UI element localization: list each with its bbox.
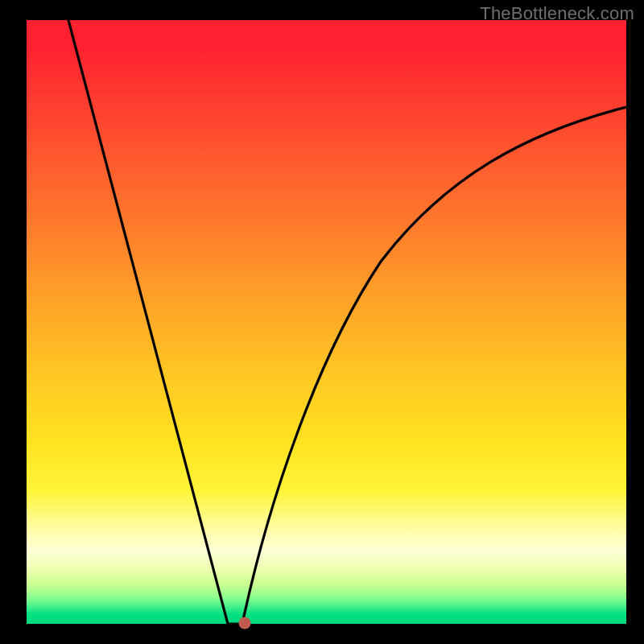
watermark-text: TheBottleneck.com	[480, 3, 634, 24]
bottleneck-curve	[27, 20, 626, 624]
minimum-marker	[239, 617, 251, 630]
curve-left-branch	[68, 20, 242, 624]
plot-area	[27, 20, 626, 624]
chart-frame: TheBottleneck.com	[0, 0, 644, 644]
curve-right-branch	[242, 107, 626, 624]
